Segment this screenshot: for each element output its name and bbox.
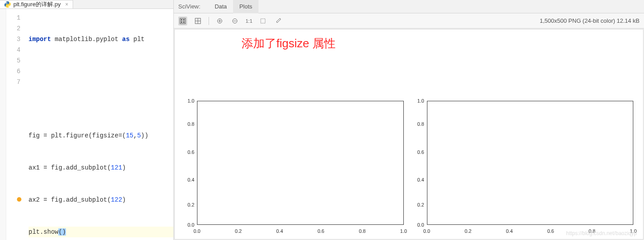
ytick-label: 0.6 (179, 149, 194, 155)
xtick-label: 0.4 (506, 228, 513, 234)
line-number: 6 (6, 66, 21, 77)
svg-point-1 (8, 6, 8, 7)
ytick-label: 0.4 (409, 177, 424, 182)
code-editor[interactable]: 1 2 3 4 5 6 7 import matplotlib.pyplot a… (6, 9, 173, 240)
xtick-label: 0.0 (193, 228, 200, 234)
warning-gutter-icon[interactable] (17, 197, 21, 202)
toolbar-separator (209, 17, 209, 25)
code-line-current[interactable]: plt.show() (29, 227, 173, 237)
svg-rect-3 (181, 19, 182, 21)
ytick-label: 0.0 (179, 222, 194, 228)
ytick-label: 0.8 (179, 121, 194, 127)
file-tab-label: plt.figure的详解.py (13, 0, 61, 8)
axes-box (427, 101, 634, 225)
ytick-label: 0.4 (179, 177, 194, 182)
ytick-label: 0.2 (179, 202, 194, 207)
close-icon[interactable]: × (65, 1, 68, 8)
file-tab[interactable]: plt.figure的详解.py × (0, 0, 73, 8)
editor-panel: plt.figure的详解.py × 1 2 3 4 5 6 7 import … (0, 0, 174, 240)
code-line[interactable]: ax1 = fig.add_subplot(121) (29, 162, 173, 173)
line-number: 7 (6, 77, 21, 87)
tab-data[interactable]: Data (209, 0, 233, 13)
sciview-header: SciView: Data Plots (174, 0, 644, 13)
xtick-label: 0.4 (276, 228, 283, 234)
sciview-title: SciView: (178, 3, 201, 10)
xtick-label: 0.6 (317, 228, 324, 234)
plot-canvas-area[interactable]: 添加了figsize 属性 1.0 0.8 0.6 0.4 0.2 0.0 0.… (174, 29, 644, 240)
code-content[interactable]: import matplotlib.pyplot as plt fig = pl… (24, 9, 173, 240)
sciview-panel: SciView: Data Plots 1:1 1,500x500 PNG (2… (174, 0, 644, 240)
line-number: 2 (6, 23, 21, 34)
ytick-label: 0.8 (409, 121, 424, 127)
python-file-icon (4, 1, 11, 8)
grid-icon[interactable] (193, 17, 202, 25)
code-line[interactable] (29, 66, 173, 77)
ytick-label: 0.2 (409, 202, 424, 207)
xtick-label: 0.6 (547, 228, 554, 234)
axes-box (197, 101, 404, 225)
code-line[interactable]: fig = plt.figure(figsize=(15,5)) (29, 130, 173, 141)
xtick-label: 0.2 (235, 228, 242, 234)
svg-rect-5 (181, 21, 182, 23)
line-number: 3 (6, 34, 21, 45)
line-number: 4 (6, 45, 21, 55)
xtick-label: 0.2 (465, 228, 472, 234)
code-line[interactable] (29, 98, 173, 109)
code-line[interactable]: ax2 = fig.add_subplot(122) (29, 194, 173, 205)
ytick-label: 1.0 (179, 98, 194, 103)
line-number: 1 (6, 12, 21, 23)
actual-size-icon[interactable]: 1:1 (246, 17, 252, 25)
zoom-in-icon[interactable] (215, 17, 224, 25)
svg-rect-15 (261, 19, 265, 23)
code-line[interactable]: import matplotlib.pyplot as plt (29, 34, 173, 45)
crop-icon[interactable] (258, 17, 267, 25)
svg-rect-6 (183, 21, 185, 23)
subplot-1: 1.0 0.8 0.6 0.4 0.2 0.0 0.0 0.2 0.4 0.6 … (179, 96, 409, 236)
ytick-label: 1.0 (409, 98, 424, 103)
editor-left-strip (0, 9, 6, 240)
tab-plots[interactable]: Plots (233, 0, 258, 13)
zoom-out-icon[interactable] (230, 17, 239, 25)
eyedropper-icon[interactable] (274, 17, 283, 25)
xtick-label: 1.0 (400, 228, 407, 234)
ytick-label: 0.6 (409, 149, 424, 155)
editor-tab-bar: plt.figure的详解.py × (0, 0, 173, 9)
line-number-gutter: 1 2 3 4 5 6 7 (6, 9, 24, 240)
fit-icon[interactable] (178, 17, 187, 25)
image-status-text: 1,500x500 PNG (24-bit color) 12.14 kB (540, 17, 640, 24)
plot-toolbar: 1:1 1,500x500 PNG (24-bit color) 12.14 k… (174, 13, 644, 29)
ytick-label: 0.0 (409, 222, 424, 228)
annotation-text: 添加了figsize 属性 (242, 36, 336, 51)
plots-row: 1.0 0.8 0.6 0.4 0.2 0.0 0.0 0.2 0.4 0.6 … (175, 96, 643, 236)
svg-rect-2 (180, 18, 185, 24)
svg-rect-4 (183, 19, 185, 21)
watermark-text: https://blog.csdn.net/baoziqyp (566, 230, 637, 236)
xtick-label: 0.0 (423, 228, 430, 234)
line-number: 5 (6, 55, 21, 66)
xtick-label: 0.8 (359, 228, 365, 234)
subplot-2: 1.0 0.8 0.6 0.4 0.2 0.0 0.0 0.2 0.4 0.6 … (409, 96, 639, 236)
svg-point-0 (6, 2, 7, 2)
